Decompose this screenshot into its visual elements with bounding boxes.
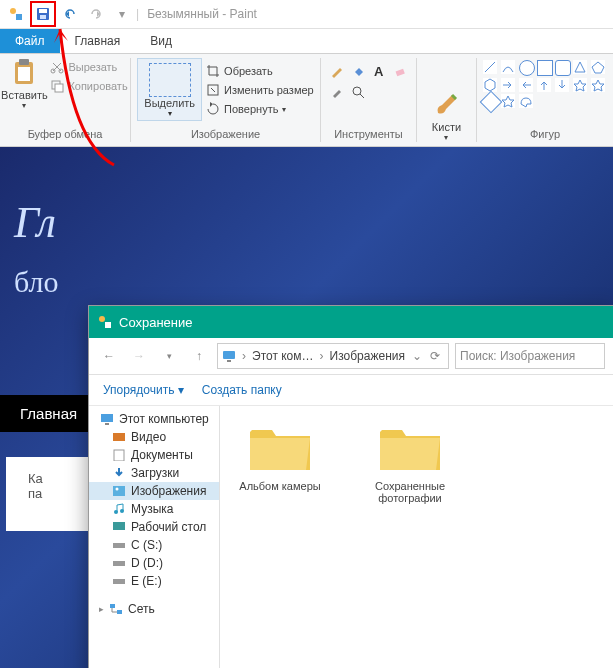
shapes-gallery[interactable] bbox=[483, 58, 607, 110]
window-title: Безымянный - Paint bbox=[147, 7, 257, 21]
tree-thispc[interactable]: Этот компьютер bbox=[89, 410, 219, 428]
tab-view[interactable]: Вид bbox=[135, 29, 187, 53]
svg-marker-16 bbox=[575, 62, 585, 72]
tab-file[interactable]: Файл bbox=[0, 29, 60, 53]
zoom-tool[interactable] bbox=[349, 83, 367, 101]
svg-rect-1 bbox=[16, 14, 22, 20]
pencil-tool[interactable] bbox=[328, 62, 346, 80]
group-tools: Инструменты bbox=[334, 128, 403, 142]
folder-camera-roll[interactable]: Альбом камеры bbox=[230, 422, 330, 492]
eraser-tool[interactable] bbox=[391, 62, 409, 80]
cut-button[interactable]: Вырезать bbox=[50, 58, 127, 76]
tree-documents[interactable]: Документы bbox=[89, 446, 219, 464]
tree-pictures[interactable]: Изображения bbox=[89, 482, 219, 500]
svg-marker-21 bbox=[502, 96, 514, 107]
svg-rect-37 bbox=[113, 579, 125, 584]
svg-rect-14 bbox=[396, 69, 405, 76]
save-dialog: Сохранение ← → ▾ ↑ › Этот ком… › Изображ… bbox=[88, 305, 613, 668]
svg-rect-3 bbox=[39, 9, 47, 13]
svg-rect-27 bbox=[105, 423, 109, 425]
refresh-icon[interactable]: ⟳ bbox=[430, 349, 440, 363]
ribbon: Вставить▾ Вырезать Копировать Буфер обме… bbox=[0, 53, 613, 147]
undo-button[interactable] bbox=[58, 2, 82, 26]
svg-text:A: A bbox=[374, 64, 384, 78]
svg-point-31 bbox=[116, 488, 119, 491]
svg-rect-30 bbox=[113, 486, 125, 496]
tree-downloads[interactable]: Загрузки bbox=[89, 464, 219, 482]
copy-button[interactable]: Копировать bbox=[50, 77, 127, 95]
up-button[interactable]: ↑ bbox=[187, 344, 211, 368]
forward-button[interactable]: → bbox=[127, 344, 151, 368]
svg-rect-26 bbox=[101, 414, 113, 422]
doc-text: бло bbox=[14, 265, 59, 299]
svg-rect-25 bbox=[227, 360, 231, 362]
group-clipboard: Буфер обмена bbox=[28, 128, 103, 142]
svg-rect-29 bbox=[114, 450, 124, 461]
titlebar: ▾ | Безымянный - Paint bbox=[0, 0, 613, 29]
tree-videos[interactable]: Видео bbox=[89, 428, 219, 446]
paste-button[interactable]: Вставить▾ bbox=[2, 58, 46, 110]
brushes-button[interactable]: Кисти▾ bbox=[424, 90, 468, 142]
select-button[interactable]: Выделить▾ bbox=[137, 58, 202, 121]
svg-marker-20 bbox=[592, 80, 604, 91]
tree-desktop[interactable]: Рабочий стол bbox=[89, 518, 219, 536]
group-shapes: Фигур bbox=[530, 128, 560, 142]
canvas-area: Гл бло Главная Капа Сохранение ← → ▾ ↑ ›… bbox=[0, 147, 613, 668]
svg-rect-4 bbox=[40, 15, 46, 19]
folder-view[interactable]: Альбом камеры Сохраненные фотографии bbox=[220, 406, 613, 668]
svg-rect-23 bbox=[105, 322, 111, 328]
svg-point-0 bbox=[10, 8, 16, 14]
organize-menu[interactable]: Упорядочить ▾ bbox=[103, 383, 184, 397]
redo-button[interactable] bbox=[84, 2, 108, 26]
address-bar[interactable]: › Этот ком… › Изображения ⌄ ⟳ bbox=[217, 343, 449, 369]
monitor-icon bbox=[222, 349, 236, 363]
search-input[interactable]: Поиск: Изображения bbox=[455, 343, 605, 369]
svg-point-32 bbox=[114, 510, 118, 514]
svg-point-33 bbox=[120, 509, 124, 513]
app-icon bbox=[4, 2, 28, 26]
doc-text: Гл bbox=[14, 197, 56, 248]
address-dropdown-icon[interactable]: ⌄ bbox=[412, 349, 422, 363]
save-button[interactable] bbox=[30, 1, 56, 27]
crop-button[interactable]: Обрезать bbox=[206, 62, 314, 80]
tree-drive-e[interactable]: E (E:) bbox=[89, 572, 219, 590]
group-image: Изображение bbox=[191, 128, 260, 142]
tree-network[interactable]: ▸Сеть bbox=[89, 600, 219, 618]
svg-rect-35 bbox=[113, 543, 125, 548]
text-tool[interactable]: A bbox=[370, 62, 388, 80]
new-folder-button[interactable]: Создать папку bbox=[202, 383, 282, 397]
svg-rect-24 bbox=[223, 351, 235, 359]
tree-drive-c[interactable]: C (S:) bbox=[89, 536, 219, 554]
svg-rect-11 bbox=[55, 84, 63, 92]
qat-more-icon[interactable]: ▾ bbox=[110, 2, 134, 26]
rotate-button[interactable]: Повернуть▾ bbox=[206, 100, 314, 118]
folder-saved-pictures[interactable]: Сохраненные фотографии bbox=[360, 422, 460, 504]
tree-music[interactable]: Музыка bbox=[89, 500, 219, 518]
doc-text: Главная bbox=[0, 395, 97, 432]
svg-point-22 bbox=[99, 316, 105, 322]
svg-rect-39 bbox=[117, 610, 122, 614]
tab-home[interactable]: Главная bbox=[60, 29, 136, 53]
svg-point-15 bbox=[353, 87, 361, 95]
resize-button[interactable]: Изменить размер bbox=[206, 81, 314, 99]
recent-dropdown-icon[interactable]: ▾ bbox=[157, 344, 181, 368]
svg-rect-34 bbox=[113, 522, 125, 530]
svg-rect-36 bbox=[113, 561, 125, 566]
svg-marker-17 bbox=[592, 62, 604, 73]
ribbon-tabs: Файл Главная Вид bbox=[0, 29, 613, 53]
dialog-titlebar: Сохранение bbox=[89, 306, 613, 338]
svg-rect-7 bbox=[18, 67, 30, 81]
picker-tool[interactable] bbox=[328, 83, 346, 101]
back-button[interactable]: ← bbox=[97, 344, 121, 368]
nav-tree: Этот компьютер Видео Документы Загрузки … bbox=[89, 406, 220, 668]
fill-tool[interactable] bbox=[349, 62, 367, 80]
svg-marker-19 bbox=[574, 80, 586, 91]
svg-rect-28 bbox=[113, 433, 125, 441]
svg-rect-38 bbox=[110, 604, 115, 608]
tree-drive-d[interactable]: D (D:) bbox=[89, 554, 219, 572]
svg-rect-6 bbox=[19, 59, 29, 65]
svg-marker-18 bbox=[485, 79, 495, 91]
